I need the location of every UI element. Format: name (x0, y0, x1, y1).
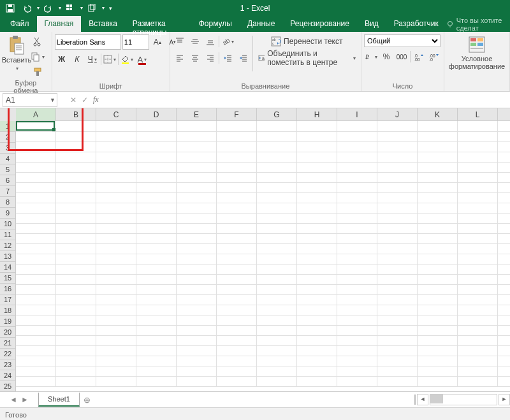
chevron-down-icon[interactable]: ▼ (50, 97, 55, 103)
column-header[interactable]: D (136, 108, 177, 121)
cell[interactable] (96, 213, 136, 224)
cell[interactable] (337, 325, 377, 336)
row-header[interactable]: 1 (0, 121, 16, 132)
cell[interactable] (217, 294, 257, 305)
cell[interactable] (377, 243, 418, 254)
cell[interactable] (297, 243, 337, 254)
tab-pagelayout[interactable]: Разметка страницы (125, 16, 191, 32)
cell[interactable] (217, 233, 257, 244)
cell[interactable] (217, 335, 257, 346)
increase-font-button[interactable]: A▴ (150, 35, 164, 49)
cell[interactable] (16, 356, 56, 366)
column-header[interactable]: F (217, 108, 257, 121)
cell[interactable] (337, 182, 377, 193)
cell[interactable] (418, 141, 458, 152)
cell[interactable] (418, 131, 458, 142)
cell[interactable] (56, 315, 96, 326)
cell[interactable] (177, 335, 217, 346)
cell[interactable] (257, 376, 297, 387)
cell[interactable] (217, 284, 257, 295)
row-header[interactable]: 20 (0, 327, 16, 338)
cell[interactable] (337, 203, 377, 214)
align-center-button[interactable] (188, 51, 202, 65)
cell[interactable] (498, 254, 510, 264)
cell[interactable] (498, 162, 510, 173)
cell[interactable] (217, 264, 257, 275)
fx-icon[interactable]: fx (93, 95, 99, 105)
cell[interactable] (16, 233, 56, 244)
align-bottom-button[interactable] (203, 34, 217, 48)
cell[interactable] (56, 305, 96, 315)
cell[interactable] (297, 182, 337, 193)
cell[interactable] (16, 284, 56, 295)
sheet-nav-next-icon[interactable]: ► (21, 395, 29, 404)
cell[interactable] (16, 182, 56, 193)
cell[interactable] (136, 274, 177, 285)
column-header[interactable]: L (458, 108, 498, 121)
cell[interactable] (498, 243, 510, 254)
cell[interactable] (177, 294, 217, 305)
cell[interactable] (418, 254, 458, 264)
cell[interactable] (257, 294, 297, 305)
cell[interactable] (136, 284, 177, 295)
cell[interactable] (217, 305, 257, 315)
cell[interactable] (136, 325, 177, 336)
cell[interactable] (498, 141, 510, 152)
cell[interactable] (498, 315, 510, 326)
number-format-combo[interactable]: Общий (364, 34, 441, 47)
cell[interactable] (56, 172, 96, 183)
cell[interactable] (136, 131, 177, 142)
cell[interactable] (377, 141, 418, 152)
cell[interactable] (56, 274, 96, 285)
cell[interactable] (297, 345, 337, 356)
align-left-button[interactable] (173, 51, 187, 65)
cell[interactable] (257, 162, 297, 173)
column-header[interactable]: C (96, 108, 136, 121)
cell[interactable] (257, 325, 297, 336)
tab-formulas[interactable]: Формулы (191, 16, 240, 32)
cell[interactable] (337, 284, 377, 295)
cell[interactable] (16, 264, 56, 275)
cell[interactable] (498, 172, 510, 183)
column-header[interactable]: E (177, 108, 217, 121)
cell[interactable] (418, 192, 458, 203)
row-header[interactable]: 21 (0, 338, 16, 349)
cell[interactable] (377, 284, 418, 295)
cell[interactable] (136, 121, 177, 132)
cell[interactable] (458, 131, 498, 142)
percent-format-button[interactable]: % (379, 50, 393, 64)
cell[interactable] (498, 345, 510, 356)
cell[interactable] (418, 203, 458, 214)
cell[interactable] (217, 254, 257, 264)
row-header[interactable]: 12 (0, 240, 16, 251)
row-header[interactable]: 23 (0, 359, 16, 370)
row-header[interactable]: 19 (0, 316, 16, 327)
cell[interactable] (56, 223, 96, 234)
cell[interactable] (177, 182, 217, 193)
cell[interactable] (458, 345, 498, 356)
cell[interactable] (498, 192, 510, 203)
paste-button[interactable]: Вставить ▾ (3, 33, 31, 73)
align-middle-button[interactable] (188, 34, 202, 48)
cell[interactable] (297, 356, 337, 366)
cell[interactable] (297, 366, 337, 377)
cell[interactable] (458, 182, 498, 193)
cell[interactable] (16, 203, 56, 214)
accounting-format-button[interactable]: ₽▾ (364, 50, 378, 64)
cell[interactable] (16, 141, 56, 152)
conditional-formatting-button[interactable]: Условное форматирование (447, 33, 507, 70)
row-header[interactable]: 11 (0, 229, 16, 240)
cell[interactable] (377, 366, 418, 377)
column-header[interactable]: K (418, 108, 458, 121)
cell[interactable] (217, 366, 257, 377)
cell[interactable] (297, 192, 337, 203)
cell[interactable] (498, 131, 510, 142)
cell[interactable] (136, 254, 177, 264)
cell[interactable] (257, 315, 297, 326)
cell[interactable] (257, 213, 297, 224)
cell[interactable] (136, 162, 177, 173)
cell[interactable] (56, 152, 96, 163)
cell[interactable] (377, 264, 418, 275)
cell[interactable] (257, 254, 297, 264)
cell[interactable] (257, 366, 297, 377)
